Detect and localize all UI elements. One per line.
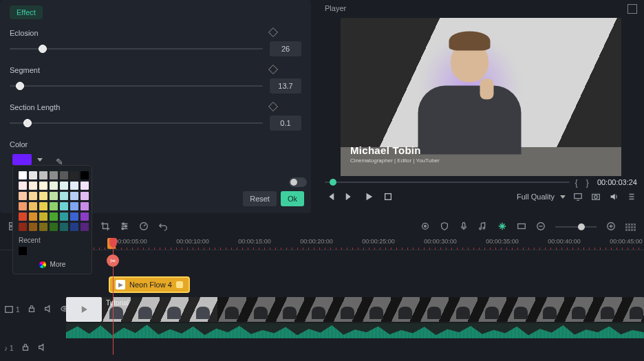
color-cell[interactable] <box>39 171 47 179</box>
color-cell[interactable] <box>70 192 78 200</box>
audio-waveform[interactable] <box>66 323 644 338</box>
color-cell[interactable] <box>39 182 47 190</box>
settings-icon[interactable] <box>626 191 637 202</box>
color-cell[interactable] <box>50 212 58 221</box>
color-cell[interactable] <box>29 223 37 231</box>
slider-eclosion[interactable] <box>10 44 263 54</box>
undo-icon[interactable] <box>158 221 168 232</box>
snap-icon[interactable] <box>497 221 507 232</box>
next-frame-button[interactable] <box>344 191 355 202</box>
slider-segment[interactable] <box>10 81 263 91</box>
color-cell[interactable] <box>29 171 37 179</box>
svg-rect-0 <box>385 194 391 200</box>
prev-frame-button[interactable] <box>325 191 336 202</box>
color-cell[interactable] <box>29 212 37 221</box>
color-cell[interactable] <box>39 202 47 210</box>
bracket-icons[interactable]: { } <box>575 177 592 188</box>
effect-toggle[interactable] <box>289 177 307 187</box>
snapshot-icon[interactable] <box>590 191 601 202</box>
track-lock-icon[interactable] <box>21 342 30 353</box>
color-cell[interactable] <box>80 182 89 190</box>
track-lock-icon[interactable] <box>27 304 36 315</box>
zoom-in-button[interactable] <box>606 221 616 232</box>
color-cell[interactable] <box>39 192 47 200</box>
color-cell[interactable] <box>60 182 68 190</box>
color-cell[interactable] <box>70 212 78 221</box>
color-cell[interactable] <box>60 171 68 179</box>
color-cell[interactable] <box>70 171 78 179</box>
quality-dropdown[interactable]: Full Quality <box>517 193 566 201</box>
color-cell[interactable] <box>70 182 78 190</box>
color-cell[interactable] <box>50 223 58 231</box>
playhead-handle[interactable] <box>109 238 117 248</box>
timeline-toolbar: T <box>0 219 644 235</box>
reset-button[interactable]: Reset <box>243 191 277 206</box>
track-mute-icon[interactable] <box>37 342 47 353</box>
color-more-button[interactable]: More <box>19 261 86 268</box>
color-cell[interactable] <box>39 212 47 221</box>
color-cell[interactable] <box>80 202 89 210</box>
speed-icon[interactable] <box>139 221 149 232</box>
color-palette-grid <box>19 171 86 231</box>
color-cell[interactable] <box>50 182 58 190</box>
color-cell[interactable] <box>50 192 58 200</box>
color-cell[interactable] <box>19 223 27 231</box>
color-cell[interactable] <box>50 171 58 179</box>
color-cell[interactable] <box>50 202 58 210</box>
effect-clip[interactable]: ▶ Neon Flow 4 <box>109 276 190 293</box>
color-recent-swatch[interactable] <box>19 247 27 255</box>
music2-icon[interactable] <box>478 221 488 232</box>
tab-effect[interactable]: Effect <box>10 6 43 19</box>
mic-icon[interactable] <box>459 221 469 232</box>
zoom-slider[interactable] <box>555 226 597 228</box>
ok-button[interactable]: Ok <box>281 191 304 206</box>
color-cell[interactable] <box>19 182 27 190</box>
crop-icon[interactable] <box>100 221 110 232</box>
color-cell[interactable] <box>80 192 89 200</box>
color-cell[interactable] <box>60 192 68 200</box>
color-cell[interactable] <box>70 202 78 210</box>
value-segment[interactable]: 13.7 <box>270 78 301 94</box>
aspect-icon[interactable] <box>517 221 526 232</box>
color-cell[interactable] <box>29 182 37 190</box>
timeline-ruler[interactable]: 00:00:05:0000:00:10:0000:00:15:0000:00:2… <box>0 238 644 250</box>
color-cell[interactable] <box>19 202 27 210</box>
expand-icon[interactable] <box>627 4 637 14</box>
slider-section[interactable] <box>10 118 263 128</box>
blank-clip[interactable] <box>66 297 102 322</box>
color-cell[interactable] <box>60 212 68 221</box>
color-cell[interactable] <box>19 192 27 200</box>
video-clip[interactable]: Tutorial <box>102 297 644 322</box>
volume-icon[interactable] <box>608 191 619 202</box>
play-button[interactable] <box>363 191 374 202</box>
thumbnail-size-icon[interactable] <box>625 223 636 231</box>
playhead[interactable]: ✂ <box>113 238 114 355</box>
color-cell[interactable] <box>39 223 47 231</box>
color-cell[interactable] <box>60 202 68 210</box>
stop-button[interactable] <box>383 191 394 202</box>
zoom-out-button[interactable] <box>536 221 546 232</box>
color-cell[interactable] <box>80 171 89 179</box>
value-eclosion[interactable]: 26 <box>270 41 301 56</box>
adjust-icon[interactable] <box>120 221 129 232</box>
value-section[interactable]: 0.1 <box>270 116 301 131</box>
color-cell[interactable] <box>19 171 27 179</box>
color-cell[interactable] <box>80 223 89 231</box>
color-cell[interactable] <box>29 202 37 210</box>
color-cell[interactable] <box>19 212 27 221</box>
color-swatch-button[interactable] <box>10 153 45 166</box>
audio-track-icon: ♪ <box>4 344 8 352</box>
auto-icon[interactable] <box>420 221 430 232</box>
player-seek-slider[interactable] <box>325 182 570 183</box>
cut-button[interactable]: ✂ <box>107 254 119 267</box>
color-picker-popup: Recent More <box>12 165 92 274</box>
player-viewport[interactable]: Michael Tobin Cinematographer | Editor |… <box>341 18 621 176</box>
shield-icon[interactable] <box>440 221 449 232</box>
color-cell[interactable] <box>70 223 78 231</box>
chevron-down-icon <box>37 158 43 162</box>
color-cell[interactable] <box>29 192 37 200</box>
display-icon[interactable] <box>572 191 583 202</box>
track-mute-icon[interactable] <box>43 304 53 315</box>
color-cell[interactable] <box>60 223 68 231</box>
color-cell[interactable] <box>80 212 89 221</box>
